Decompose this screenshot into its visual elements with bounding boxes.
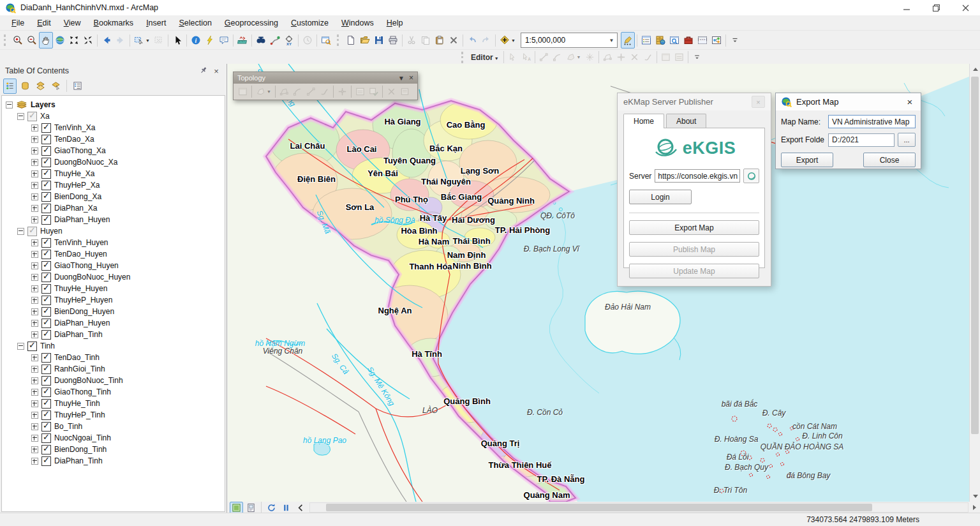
toc-layer-tendao_xa[interactable]: TenDao_Xa	[2, 133, 225, 145]
menu-view[interactable]: View	[57, 17, 87, 29]
vertical-scroll-thumb[interactable]	[971, 77, 979, 434]
toc-layer-duongbonuoc_xa[interactable]: DuongBoNuoc_Xa	[2, 156, 225, 168]
list-by-selection[interactable]	[49, 79, 63, 94]
layer-checkbox[interactable]	[41, 238, 51, 248]
toc-layer-diaphan_tinh[interactable]: DiaPhan_Tinh	[2, 455, 225, 467]
toc-layer-duongbonuoc_tinh[interactable]: DuongBoNuoc_Tinh	[2, 375, 225, 386]
layer-checkbox[interactable]	[41, 399, 51, 409]
toc-layer-thuyhe_tinh[interactable]: ThuyHe_Tinh	[2, 398, 225, 409]
layer-label[interactable]: DiaPhan_Tinh	[54, 330, 103, 339]
layer-label[interactable]: BienDong_Xa	[54, 192, 101, 201]
collapse-icon[interactable]	[17, 113, 24, 120]
save-map[interactable]	[372, 32, 386, 49]
expand-icon[interactable]	[31, 458, 38, 465]
toc-group-huyen[interactable]: Huyen	[2, 225, 225, 237]
menu-customize[interactable]: Customize	[285, 17, 335, 29]
menu-help[interactable]: Help	[380, 17, 410, 29]
toc-layer-giaothong_tinh[interactable]: GiaoThong_Tinh	[2, 386, 225, 398]
minimize-button[interactable]	[892, 0, 921, 15]
expand-icon[interactable]	[31, 159, 38, 166]
dropdown-caret-icon[interactable]: ▼	[145, 38, 150, 43]
expand-icon[interactable]	[31, 308, 38, 315]
toc-layer-thuyhep_huyen[interactable]: ThuyHeP_Huyen	[2, 294, 225, 306]
layer-checkbox[interactable]	[41, 158, 51, 167]
list-by-source[interactable]	[19, 79, 32, 94]
layer-label[interactable]: ThuyHeP_Xa	[54, 181, 100, 190]
expand-icon[interactable]	[31, 366, 38, 373]
export-map-button[interactable]: Export Map	[629, 220, 759, 235]
delete[interactable]	[447, 32, 461, 49]
layer-label[interactable]: GiaoThong_Huyen	[54, 261, 119, 270]
toolbar-options[interactable]	[728, 32, 742, 49]
menu-file[interactable]: File	[5, 17, 31, 29]
layer-checkbox[interactable]	[41, 422, 51, 432]
ekmap-close-icon[interactable]: ×	[752, 96, 765, 108]
toc-layer-tendao_huyen[interactable]: TenDao_Huyen	[2, 248, 225, 260]
layer-label[interactable]: ThuyHe_Xa	[54, 169, 94, 178]
expand-icon[interactable]	[31, 136, 38, 143]
layer-label[interactable]: DuongBoNuoc_Xa	[54, 158, 117, 167]
menu-bookmarks[interactable]: Bookmarks	[87, 17, 140, 29]
expand-icon[interactable]	[31, 423, 38, 430]
toc-layer-thuyhe_xa[interactable]: ThuyHe_Xa	[2, 168, 225, 179]
layer-checkbox[interactable]	[41, 123, 51, 133]
layer-label[interactable]: DuongBoNuoc_Huyen	[54, 273, 130, 282]
layer-label[interactable]: TenDao_Huyen	[54, 250, 107, 259]
browse-button[interactable]: ...	[898, 133, 916, 147]
toc-layer-diaphan_huyen[interactable]: DiaPhan_Huyen	[2, 214, 225, 225]
layer-label[interactable]: DiaPhan_Huyen	[54, 319, 110, 327]
menu-selection[interactable]: Selection	[172, 17, 218, 29]
pause-drawing[interactable]	[279, 502, 293, 514]
zoom-out-tool[interactable]	[25, 32, 39, 49]
toc-group-tinh[interactable]: Tinh	[2, 340, 225, 352]
expand-icon[interactable]	[31, 285, 38, 292]
toc-layer-thuyhep_xa[interactable]: ThuyHeP_Xa	[2, 179, 225, 191]
refresh-view[interactable]	[265, 502, 278, 514]
editor-toolbar-options[interactable]	[690, 50, 704, 64]
toc-layer-duongbonuoc_huyen[interactable]: DuongBoNuoc_Huyen	[2, 271, 225, 283]
select-elements[interactable]	[170, 32, 184, 49]
topology-close-icon[interactable]: ×	[409, 73, 413, 82]
layer-checkbox[interactable]	[41, 273, 51, 282]
go-to-xy[interactable]: XY	[282, 32, 296, 49]
layer-checkbox[interactable]	[41, 330, 51, 340]
print[interactable]	[386, 32, 400, 49]
viewer-window[interactable]	[319, 32, 333, 49]
expand-icon[interactable]	[31, 400, 38, 407]
layer-label[interactable]: TenVinh_Huyen	[54, 238, 108, 247]
toc-layer-diaphan_xa[interactable]: DiaPhan_Xa	[2, 202, 225, 214]
layer-label[interactable]: Xa	[40, 112, 50, 121]
layer-label[interactable]: ThuyHe_Tinh	[54, 399, 100, 408]
expand-icon[interactable]	[31, 182, 38, 189]
collapse-icon[interactable]	[17, 228, 24, 235]
full-extent[interactable]	[53, 32, 67, 49]
add-data[interactable]: ▼	[498, 32, 517, 49]
export-dialog-close-icon[interactable]: ×	[904, 96, 916, 107]
close-dialog-button[interactable]: Close	[863, 153, 916, 167]
toc-layer-thuyhe_huyen[interactable]: ThuyHe_Huyen	[2, 283, 225, 294]
layer-checkbox[interactable]	[41, 319, 51, 328]
dropdown-caret-icon[interactable]: ▼	[511, 38, 516, 43]
layer-label[interactable]: Tinh	[40, 342, 55, 350]
layer-checkbox[interactable]	[41, 204, 51, 213]
expand-icon[interactable]	[31, 124, 38, 132]
pin-icon[interactable]	[198, 66, 209, 76]
collapse-icon[interactable]	[17, 343, 24, 350]
layer-checkbox[interactable]	[41, 445, 51, 455]
arctoolbox-window[interactable]	[681, 32, 695, 49]
new-map[interactable]	[344, 32, 358, 49]
open-map[interactable]	[358, 32, 372, 49]
layer-label[interactable]: TenDao_Xa	[54, 135, 94, 144]
toolbar-grip[interactable]	[337, 34, 341, 46]
expand-icon[interactable]	[31, 446, 38, 453]
expand-icon[interactable]	[31, 205, 38, 212]
paste[interactable]	[433, 32, 447, 49]
layer-label[interactable]: ThuyHeP_Tinh	[54, 410, 105, 419]
layer-label[interactable]: Huyen	[40, 227, 63, 236]
layer-checkbox[interactable]	[41, 376, 51, 386]
map-name-input[interactable]: VN Administrative Map	[828, 115, 916, 128]
list-by-visibility[interactable]	[34, 79, 47, 94]
scroll-right-icon[interactable]	[969, 502, 980, 513]
toolbar-grip[interactable]	[4, 34, 8, 46]
pan-tool[interactable]	[39, 32, 53, 49]
